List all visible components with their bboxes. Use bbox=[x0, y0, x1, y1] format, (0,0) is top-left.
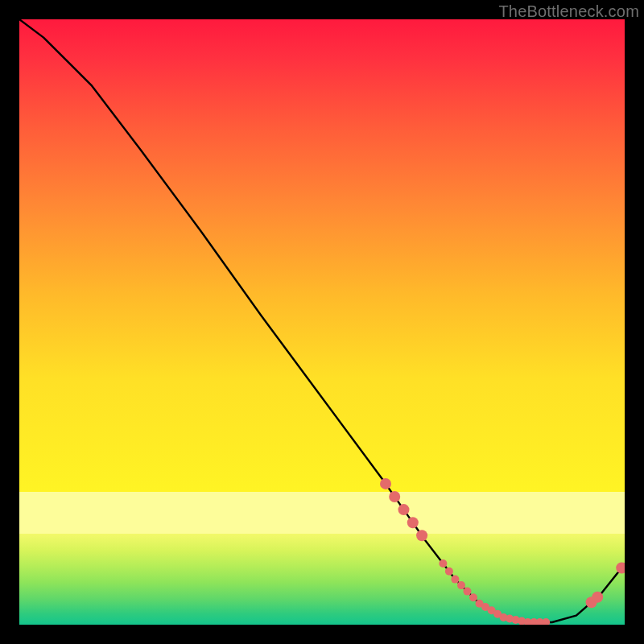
curve-path bbox=[19, 19, 625, 622]
marker-dot bbox=[451, 576, 459, 584]
marker-dot bbox=[389, 491, 400, 502]
marker-dot bbox=[469, 593, 477, 601]
marker-dot bbox=[592, 592, 603, 603]
marker-dots bbox=[380, 478, 625, 625]
marker-dot bbox=[407, 517, 419, 528]
marker-dot bbox=[439, 559, 447, 568]
marker-dot bbox=[416, 530, 427, 541]
marker-dot bbox=[380, 478, 391, 489]
marker-dot bbox=[445, 568, 453, 576]
chart-stage: TheBottleneck.com bbox=[0, 0, 644, 644]
marker-dot bbox=[542, 618, 550, 625]
plot-area bbox=[19, 19, 625, 625]
plot-overlay-svg bbox=[19, 19, 625, 625]
marker-dot bbox=[457, 581, 465, 589]
marker-dot bbox=[398, 504, 410, 515]
watermark-text: TheBottleneck.com bbox=[498, 2, 639, 21]
marker-dot bbox=[464, 588, 472, 596]
bottleneck-curve bbox=[19, 19, 625, 622]
